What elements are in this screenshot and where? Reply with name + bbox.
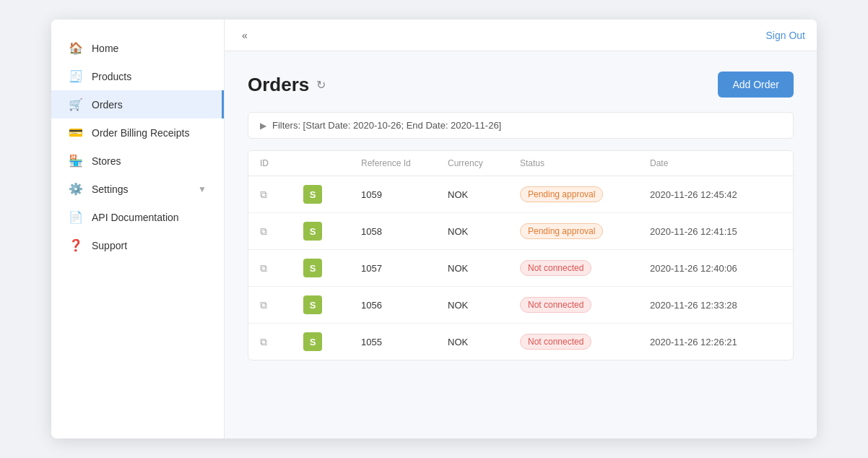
sidebar-item-products-label: Products xyxy=(92,71,131,82)
date-cell: 2020-11-26 12:33:28 xyxy=(650,300,794,311)
orders-icon: 🛒 xyxy=(69,98,83,111)
api-docs-icon: 📄 xyxy=(69,210,83,224)
add-order-button[interactable]: Add Order xyxy=(718,72,794,98)
copy-icon[interactable]: ⧉ xyxy=(260,299,267,311)
col-header-date: Date xyxy=(650,158,794,168)
copy-cell: ⧉ xyxy=(260,336,303,348)
col-header-status: Status xyxy=(520,158,650,168)
copy-icon[interactable]: ⧉ xyxy=(260,262,267,275)
filters-text: Filters: [Start Date: 2020-10-26; End Da… xyxy=(272,120,501,131)
status-cell: Not connected xyxy=(520,297,650,313)
order-id-cell: 1058 xyxy=(361,226,448,237)
top-bar: « Sign Out xyxy=(225,20,817,51)
sidebar-item-home[interactable]: 🏠 Home xyxy=(51,34,224,62)
collapse-sidebar-button[interactable]: « xyxy=(236,27,253,44)
app-container: 🏠 Home 🧾 Products 🛒 Orders 💳 Order Billi… xyxy=(0,0,868,458)
currency-cell: NOK xyxy=(448,189,520,200)
copy-cell: ⧉ xyxy=(260,262,303,275)
status-badge: Pending approval xyxy=(520,186,603,202)
table-body: ⧉ S 1059 NOK Pending approval 2020-11-26… xyxy=(248,176,793,360)
shopify-icon: S xyxy=(303,259,322,277)
sidebar-item-orders-label: Orders xyxy=(92,99,123,111)
shopify-icon-cell: S xyxy=(303,295,361,314)
shopify-icon: S xyxy=(303,332,322,351)
copy-cell: ⧉ xyxy=(260,299,303,311)
refresh-icon[interactable]: ↻ xyxy=(316,78,326,92)
shopify-icon-cell: S xyxy=(303,185,361,204)
sign-out-button[interactable]: Sign Out xyxy=(766,30,805,41)
currency-cell: NOK xyxy=(448,337,520,347)
shopify-icon: S xyxy=(303,185,322,204)
stores-icon: 🏪 xyxy=(69,154,83,168)
sidebar-item-support-label: Support xyxy=(92,240,127,251)
col-header-icon xyxy=(303,158,361,168)
copy-icon[interactable]: ⧉ xyxy=(260,225,267,238)
currency-cell: NOK xyxy=(448,300,520,311)
chevron-down-icon: ▼ xyxy=(198,184,207,194)
order-id-cell: 1059 xyxy=(361,189,448,200)
date-cell: 2020-11-26 12:41:15 xyxy=(650,226,794,237)
home-icon: 🏠 xyxy=(69,41,83,55)
main-content: « Sign Out Orders ↻ Add Order ▶ Filters:… xyxy=(225,20,817,438)
table-row[interactable]: ⧉ S 1056 NOK Not connected 2020-11-26 12… xyxy=(248,287,793,324)
date-cell: 2020-11-26 12:45:42 xyxy=(650,189,794,200)
content-area: Orders ↻ Add Order ▶ Filters: [Start Dat… xyxy=(225,51,817,438)
table-row[interactable]: ⧉ S 1055 NOK Not connected 2020-11-26 12… xyxy=(248,324,793,360)
page-header: Orders ↻ Add Order xyxy=(248,72,794,98)
table-header: ID Reference Id Currency Status Date xyxy=(248,151,793,176)
status-cell: Not connected xyxy=(520,334,650,350)
support-icon: ❓ xyxy=(69,238,83,252)
sidebar-item-order-billing-label: Order Billing Receipts xyxy=(92,127,189,139)
copy-cell: ⧉ xyxy=(260,225,303,238)
sidebar-item-settings-label: Settings xyxy=(92,183,129,195)
table-row[interactable]: ⧉ S 1058 NOK Pending approval 2020-11-26… xyxy=(248,213,793,250)
shopify-icon: S xyxy=(303,295,322,314)
table-row[interactable]: ⧉ S 1059 NOK Pending approval 2020-11-26… xyxy=(248,176,793,213)
products-icon: 🧾 xyxy=(69,69,83,83)
sidebar-item-support[interactable]: ❓ Support xyxy=(51,231,224,259)
copy-cell: ⧉ xyxy=(260,189,303,201)
sidebar-item-settings[interactable]: ⚙️ Settings ▼ xyxy=(51,175,224,203)
order-billing-icon: 💳 xyxy=(69,126,83,139)
copy-icon[interactable]: ⧉ xyxy=(260,336,267,348)
shopify-icon-cell: S xyxy=(303,222,361,241)
status-cell: Not connected xyxy=(520,260,650,276)
shopify-icon-cell: S xyxy=(303,259,361,277)
page-title: Orders xyxy=(248,74,309,96)
sidebar: 🏠 Home 🧾 Products 🛒 Orders 💳 Order Billi… xyxy=(51,20,225,438)
order-id-cell: 1057 xyxy=(361,263,448,274)
status-badge: Not connected xyxy=(520,297,591,313)
window: 🏠 Home 🧾 Products 🛒 Orders 💳 Order Billi… xyxy=(51,20,817,438)
table-row[interactable]: ⧉ S 1057 NOK Not connected 2020-11-26 12… xyxy=(248,250,793,287)
sidebar-item-api-docs[interactable]: 📄 API Documentation xyxy=(51,203,224,231)
col-header-id: ID xyxy=(260,158,303,168)
shopify-icon: S xyxy=(303,222,322,241)
sidebar-item-stores[interactable]: 🏪 Stores xyxy=(51,147,224,175)
status-cell: Pending approval xyxy=(520,223,650,239)
sidebar-item-api-docs-label: API Documentation xyxy=(92,212,179,223)
sidebar-item-home-label: Home xyxy=(92,43,118,54)
date-cell: 2020-11-26 12:40:06 xyxy=(650,263,794,274)
sidebar-item-stores-label: Stores xyxy=(92,155,121,167)
filter-expand-icon: ▶ xyxy=(260,121,266,131)
order-id-cell: 1056 xyxy=(361,300,448,311)
orders-table: ID Reference Id Currency Status Date ⧉ S… xyxy=(248,150,794,360)
copy-icon[interactable]: ⧉ xyxy=(260,189,267,201)
date-cell: 2020-11-26 12:26:21 xyxy=(650,337,794,347)
col-header-ref: Reference Id xyxy=(361,158,448,168)
sidebar-item-products[interactable]: 🧾 Products xyxy=(51,62,224,90)
filters-row[interactable]: ▶ Filters: [Start Date: 2020-10-26; End … xyxy=(248,112,794,139)
order-id-cell: 1055 xyxy=(361,337,448,347)
currency-cell: NOK xyxy=(448,226,520,237)
status-badge: Not connected xyxy=(520,260,591,276)
shopify-icon-cell: S xyxy=(303,332,361,351)
currency-cell: NOK xyxy=(448,263,520,274)
sidebar-item-orders[interactable]: 🛒 Orders xyxy=(51,90,224,118)
settings-icon: ⚙️ xyxy=(69,182,83,196)
status-badge: Not connected xyxy=(520,334,591,350)
status-cell: Pending approval xyxy=(520,186,650,202)
status-badge: Pending approval xyxy=(520,223,603,239)
sidebar-item-order-billing[interactable]: 💳 Order Billing Receipts xyxy=(51,118,224,147)
col-header-currency: Currency xyxy=(448,158,520,168)
